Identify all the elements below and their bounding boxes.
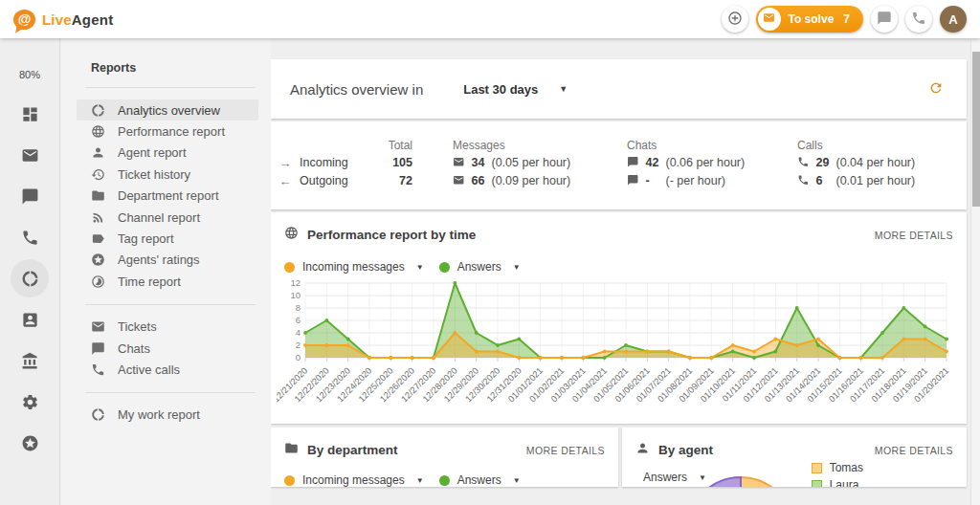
col-header-calls: Calls <box>797 139 967 152</box>
outgoing-chats-metric: - (- per hour) <box>627 174 797 189</box>
analytics-overview-card: Analytics overview in Last 30 days ▼ <box>271 59 967 119</box>
sidebar-item-chats[interactable]: Chats <box>77 338 258 359</box>
svg-text:2: 2 <box>296 340 301 350</box>
sidebar-item-label: Channel report <box>118 210 200 225</box>
refresh-icon <box>928 80 944 99</box>
totals-card: Total Messages Chats Calls → Incoming 10… <box>271 121 967 209</box>
rail-item-call[interactable] <box>11 218 49 256</box>
sidebar-item-label: Performance report <box>118 124 225 139</box>
svg-text:12: 12 <box>290 277 301 288</box>
sidebar-item-tag-report[interactable]: Tag report <box>77 228 258 249</box>
to-solve-button[interactable]: To solve 7 <box>756 6 863 33</box>
rail-item-star-circle[interactable] <box>11 424 49 462</box>
card-title: By department <box>307 443 398 457</box>
globe-icon <box>91 124 106 140</box>
legend-incoming-messages[interactable]: Incoming messages ▼ <box>284 260 424 274</box>
sidebar-item-my-work-report[interactable]: My work report <box>77 405 258 426</box>
liveagent-logo[interactable]: @ LiveAgent <box>13 10 113 30</box>
left-rail: 80% <box>0 38 60 505</box>
chats-button[interactable] <box>871 6 898 33</box>
incoming-messages-metric: 34 (0.05 per hour) <box>453 156 627 171</box>
legend-dot <box>284 475 295 486</box>
legend-tomas[interactable]: Tomas <box>812 461 863 474</box>
sidebar-item-department-report[interactable]: Department report <box>77 186 258 207</box>
folder-icon <box>91 188 106 204</box>
mail-icon <box>453 174 465 189</box>
rail-item-gear[interactable] <box>11 383 49 421</box>
globe-icon <box>284 226 299 244</box>
sidebar-item-label: Time report <box>118 274 181 289</box>
chevron-down-icon: ▼ <box>513 263 521 272</box>
by-agent-card: By agent MORE DETAILS Answers ▼ Tomas La… <box>622 428 967 487</box>
row-label-outgoing: Outgoing <box>300 174 374 187</box>
divider <box>85 87 256 88</box>
legend-answers[interactable]: Answers ▼ <box>439 260 521 274</box>
pie-slice-tomas[interactable] <box>741 477 794 487</box>
chevron-down-icon: ▼ <box>416 476 424 485</box>
add-button[interactable] <box>722 6 748 33</box>
rail-item-donut[interactable] <box>11 259 49 297</box>
chat-icon <box>627 174 639 189</box>
more-details-link[interactable]: MORE DETAILS <box>526 445 605 456</box>
legend-dot <box>439 475 450 486</box>
mail-icon <box>453 156 465 171</box>
col-header-messages: Messages <box>453 139 627 152</box>
sidebar-item-tickets[interactable]: Tickets <box>77 317 258 338</box>
legend-incoming-messages[interactable]: Incoming messages ▼ <box>284 473 424 487</box>
rss-icon <box>91 209 106 225</box>
performance-by-time-card: Performance report by time MORE DETAILS … <box>271 212 967 424</box>
bank-icon <box>21 352 39 370</box>
date-range-select[interactable]: Last 30 days ▼ <box>463 82 568 97</box>
rail-item-mail[interactable] <box>11 136 49 174</box>
history-icon <box>91 166 106 182</box>
sidebar-item-label: Active calls <box>118 362 180 377</box>
more-details-link[interactable]: MORE DETAILS <box>875 230 953 241</box>
card-title: Performance report by time <box>307 228 476 242</box>
to-solve-count: 7 <box>843 12 850 26</box>
sidebar-item-label: Tickets <box>118 319 157 334</box>
avatar[interactable]: A <box>940 6 967 33</box>
svg-text:10: 10 <box>290 290 301 300</box>
sidebar-item-analytics-overview[interactable]: Analytics overview <box>77 99 258 121</box>
sidebar-item-performance-report[interactable]: Performance report <box>77 121 258 142</box>
more-details-link[interactable]: MORE DETAILS <box>875 445 953 456</box>
donut-icon <box>91 407 106 423</box>
sidebar-item-agent-report[interactable]: Agent report <box>77 143 258 164</box>
incoming-arrow-icon: → <box>271 156 300 170</box>
sidebar-item-active-calls[interactable]: Active calls <box>77 359 258 380</box>
outgoing-arrow-icon: ← <box>271 174 300 188</box>
legend-answers[interactable]: Answers ▼ <box>439 473 521 487</box>
sidebar-item-agents-ratings[interactable]: Agents' ratings <box>77 250 258 271</box>
call-icon <box>911 11 926 29</box>
rail-item-dashboard[interactable] <box>11 95 49 133</box>
chat-icon <box>21 187 39 206</box>
rail-item-bank[interactable] <box>11 341 49 380</box>
pie-slice-purple[interactable] <box>689 477 741 487</box>
donut-icon <box>21 270 39 288</box>
refresh-button[interactable] <box>924 77 947 100</box>
usage-percent: 80% <box>19 69 40 80</box>
scrollbar-track[interactable] <box>970 40 980 505</box>
call-icon <box>797 174 810 189</box>
calls-button[interactable] <box>905 6 932 33</box>
legend-swatch <box>812 480 822 488</box>
legend-laura[interactable]: Laura <box>812 478 863 487</box>
rail-item-contacts[interactable] <box>11 300 49 339</box>
rail-item-chat[interactable] <box>11 177 49 215</box>
outgoing-total: 72 <box>374 174 422 187</box>
sidebar-item-label: Ticket history <box>118 167 190 182</box>
divider <box>85 392 256 393</box>
donut-icon <box>91 102 106 118</box>
chat-icon <box>877 11 892 29</box>
person-icon <box>635 441 650 459</box>
bottom-row: By department MORE DETAILS Incoming mess… <box>271 428 967 504</box>
col-header-chats: Chats <box>627 139 797 152</box>
sidebar-item-time-report[interactable]: Time report <box>77 271 258 292</box>
sidebar-item-label: Agent report <box>118 145 187 160</box>
sidebar-item-label: Analytics overview <box>118 103 220 118</box>
sidebar-item-channel-report[interactable]: Channel report <box>77 207 258 228</box>
dashboard-icon <box>21 105 39 123</box>
sidebar-title: Reports <box>61 61 271 75</box>
sidebar-item-ticket-history[interactable]: Ticket history <box>77 164 258 185</box>
scrollbar-thumb[interactable] <box>972 52 980 207</box>
